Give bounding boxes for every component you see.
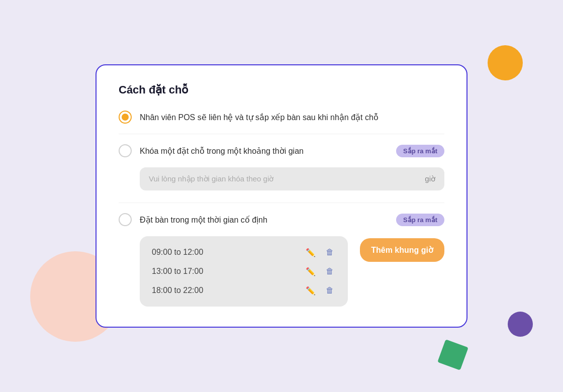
- decoration-blob-orange: [488, 45, 523, 80]
- edit-timeslot-2-button[interactable]: ✏️: [305, 265, 317, 277]
- option-1-row: Nhân viên POS sẽ liên hệ và tự sắp xếp b…: [119, 111, 444, 124]
- add-timeslot-button[interactable]: Thêm khung giờ: [360, 238, 444, 262]
- timeslot-1-text: 09:00 to 12:00: [152, 248, 298, 257]
- radio-inner-option1: [122, 114, 129, 121]
- edit-timeslot-3-button[interactable]: ✏️: [305, 284, 317, 297]
- edit-timeslot-1-button[interactable]: ✏️: [305, 246, 317, 258]
- timeslot-row-1: 09:00 to 12:00 ✏️ 🗑: [152, 246, 336, 258]
- timeslot-row-3: 18:00 to 22:00 ✏️ 🗑: [152, 284, 336, 297]
- option2-badge: Sắp ra mắt: [396, 145, 444, 157]
- option-3-row: Đặt bàn trong một thời gian cố định Sắp …: [119, 213, 444, 226]
- option-2-row: Khóa một đặt chỗ trong một khoảng thời g…: [119, 144, 444, 157]
- timeslot-box: 09:00 to 12:00 ✏️ 🗑 13:00 to 17:00 ✏️ 🗑 …: [140, 236, 348, 307]
- lock-time-input-row: Vui lòng nhập thời gian khóa theo giờ gi…: [140, 167, 444, 190]
- radio-option2[interactable]: [119, 144, 132, 157]
- option3-label: Đặt bàn trong một thời gian cố định: [140, 215, 388, 225]
- lock-time-placeholder: Vui lòng nhập thời gian khóa theo giờ: [149, 174, 420, 183]
- radio-option1[interactable]: [119, 111, 132, 124]
- timeslot-3-text: 18:00 to 22:00: [152, 286, 298, 295]
- main-card: Cách đặt chỗ Nhân viên POS sẽ liên hệ và…: [96, 64, 467, 328]
- timeslot-section: 09:00 to 12:00 ✏️ 🗑 13:00 to 17:00 ✏️ 🗑 …: [140, 236, 444, 307]
- timeslot-2-text: 13:00 to 17:00: [152, 267, 298, 276]
- decoration-blob-green: [437, 339, 468, 370]
- option3-badge: Sắp ra mắt: [396, 214, 444, 226]
- delete-timeslot-1-button[interactable]: 🗑: [324, 246, 336, 258]
- lock-time-suffix: giờ: [425, 174, 435, 183]
- option2-label: Khóa một đặt chỗ trong một khoảng thời g…: [140, 146, 388, 156]
- divider-2: [119, 203, 444, 203]
- delete-timeslot-3-button[interactable]: 🗑: [324, 284, 336, 297]
- timeslot-row-2: 13:00 to 17:00 ✏️ 🗑: [152, 265, 336, 277]
- delete-timeslot-2-button[interactable]: 🗑: [324, 265, 336, 277]
- card-title: Cách đặt chỗ: [119, 83, 444, 96]
- divider-1: [119, 134, 444, 134]
- decoration-blob-purple: [508, 312, 533, 337]
- radio-option3[interactable]: [119, 213, 132, 226]
- option1-label: Nhân viên POS sẽ liên hệ và tự sắp xếp b…: [140, 113, 444, 122]
- option2-input-area: Vui lòng nhập thời gian khóa theo giờ gi…: [140, 167, 444, 190]
